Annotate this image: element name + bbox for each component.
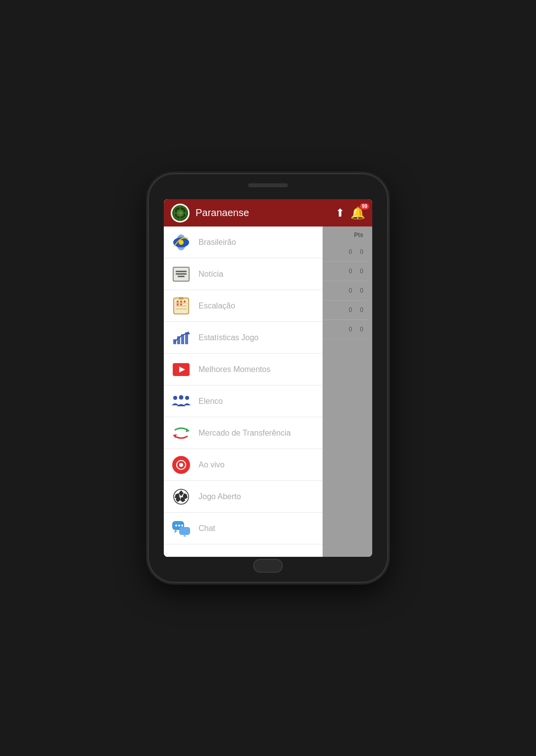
- menu-item-chat[interactable]: Chat: [164, 513, 323, 544]
- escalacao-icon: [172, 297, 191, 315]
- stats-icon: [172, 328, 191, 347]
- svg-rect-43: [179, 527, 190, 535]
- menu-item-jogoaberto[interactable]: Jogo Aberto: [164, 481, 323, 513]
- menu-item-noticia[interactable]: Notícia: [164, 258, 323, 290]
- drawer-header: ★ Paranaense: [164, 199, 323, 227]
- menu-item-elenco[interactable]: Elenco: [164, 385, 323, 417]
- svg-point-28: [185, 396, 189, 400]
- navigation-drawer: ★ Paranaense: [164, 199, 323, 557]
- elenco-label: Elenco: [199, 397, 223, 406]
- transfer-icon: [172, 424, 191, 443]
- team-logo: ★: [171, 204, 190, 223]
- drawer-menu: Brasileirão Notícia: [164, 227, 323, 557]
- brasileirao-icon: [172, 233, 191, 252]
- menu-item-estatisticas[interactable]: Estatísticas Jogo: [164, 322, 323, 354]
- menu-item-brasileirao[interactable]: Brasileirão: [164, 227, 323, 258]
- phone-screen: Pts 00 00 00 00 00 ⬆: [164, 199, 372, 557]
- estatisticas-label: Estatísticas Jogo: [199, 333, 259, 342]
- menu-item-melhores[interactable]: Melhores Momentos: [164, 354, 323, 385]
- jogoaberto-label: Jogo Aberto: [199, 492, 241, 501]
- svg-point-40: [175, 525, 177, 527]
- phone-frame: Pts 00 00 00 00 00 ⬆: [149, 174, 387, 582]
- menu-item-escalacao[interactable]: Escalação: [164, 290, 323, 322]
- drawer-team-name: Paranaense: [196, 207, 316, 219]
- brasileirao-label: Brasileirão: [199, 238, 236, 247]
- aovivo-label: Ao vivo: [199, 460, 224, 469]
- menu-item-aovivo[interactable]: Ao vivo: [164, 449, 323, 481]
- svg-point-16: [180, 301, 182, 302]
- mercado-label: Mercado de Transferência: [199, 429, 291, 438]
- soccer-icon: [172, 487, 191, 506]
- chat-label: Chat: [199, 524, 215, 533]
- svg-point-42: [181, 525, 183, 527]
- svg-point-17: [184, 301, 186, 302]
- svg-point-18: [177, 303, 179, 305]
- melhores-label: Melhores Momentos: [199, 365, 270, 374]
- noticia-label: Notícia: [199, 270, 223, 279]
- notification-badge: 99: [360, 203, 369, 210]
- svg-marker-25: [179, 367, 185, 373]
- phone-home-button[interactable]: [253, 559, 283, 573]
- svg-rect-11: [179, 297, 184, 300]
- svg-point-41: [178, 525, 180, 527]
- news-icon: [172, 265, 191, 284]
- svg-point-19: [180, 303, 182, 305]
- share-icon[interactable]: ⬆: [335, 207, 344, 220]
- video-icon: [172, 360, 191, 379]
- header-right-icons: ⬆ 🔔 99: [335, 199, 372, 227]
- chat-icon: [172, 519, 191, 538]
- elenco-icon: [172, 392, 191, 411]
- aovivo-icon: [172, 455, 191, 474]
- bell-container: 🔔 99: [350, 206, 365, 220]
- menu-item-mercado[interactable]: Mercado de Transferência: [164, 417, 323, 449]
- svg-point-32: [179, 463, 183, 467]
- svg-point-15: [177, 301, 179, 302]
- svg-point-27: [179, 395, 184, 399]
- escalacao-label: Escalação: [199, 302, 235, 310]
- phone-speaker: [248, 183, 288, 187]
- svg-point-26: [173, 396, 177, 400]
